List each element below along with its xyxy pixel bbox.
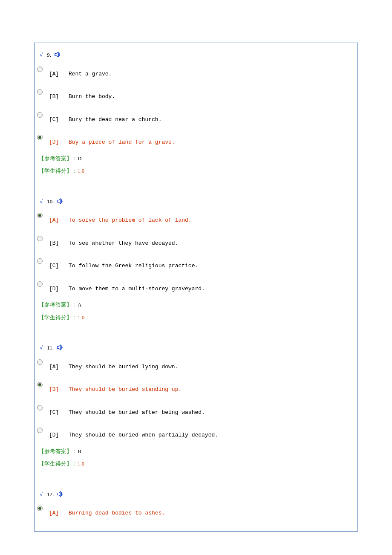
option-body: Bury the dead near a church. xyxy=(69,116,161,123)
answer-label: 【参考答案】： xyxy=(39,448,78,454)
option-key: [C] xyxy=(49,116,69,124)
option-row: [D]They should be buried when partially … xyxy=(35,426,357,440)
option-text: [A]Burning dead bodies to ashes. xyxy=(49,505,165,517)
option-row: [C]Bury the dead near a church. xyxy=(35,110,357,125)
question-header: √11. xyxy=(35,344,357,353)
correct-mark: √ xyxy=(40,344,43,351)
option-text: [C]They should be buried after being was… xyxy=(49,404,205,417)
audio-icon[interactable] xyxy=(57,344,66,353)
question: √9.[A]Rent a grave.[B]Burn the body.[C]B… xyxy=(35,51,357,175)
question: √12.[A]Burning dead bodies to ashes. xyxy=(35,490,357,518)
option-row: [A]Burning dead bodies to ashes. xyxy=(35,504,357,518)
option-row: [C]They should be buried after being was… xyxy=(35,403,357,418)
option-text: [D]To move them to a multi-storey gravey… xyxy=(49,280,205,293)
svg-marker-3 xyxy=(58,491,61,497)
option-radio[interactable] xyxy=(37,236,43,241)
correct-mark: √ xyxy=(40,52,43,58)
answer-value: B xyxy=(78,448,81,454)
option-text: [C]Bury the dead near a church. xyxy=(49,111,161,124)
audio-icon[interactable] xyxy=(57,491,66,500)
option-key: [C] xyxy=(49,408,69,417)
option-body: They should be buried when partially dec… xyxy=(69,432,218,438)
svg-marker-1 xyxy=(58,199,61,204)
score-label: 【学生得分】： xyxy=(39,168,78,174)
option-row: [A]Rent a grave. xyxy=(35,65,357,79)
option-body: They should be buried standing up. xyxy=(69,386,182,393)
option-radio[interactable] xyxy=(37,135,43,140)
option-text: [D]They should be buried when partially … xyxy=(49,427,218,439)
option-text: [A]Rent a grave. xyxy=(49,66,112,78)
option-row: [B]They should be buried standing up. xyxy=(35,380,357,395)
option-key: [D] xyxy=(49,138,69,147)
option-key: [C] xyxy=(49,262,69,270)
option-body: They should be buried after being washed… xyxy=(69,409,205,416)
option-text: [B]They should be buried standing up. xyxy=(49,381,182,394)
option-key: [B] xyxy=(49,239,69,248)
option-radio[interactable] xyxy=(37,506,43,511)
option-text: [A]To solve the problem of lack of land. xyxy=(49,212,192,225)
answer-value: A xyxy=(78,301,81,308)
option-radio[interactable] xyxy=(37,428,43,433)
option-radio[interactable] xyxy=(37,258,43,264)
score-value: 1.0 xyxy=(78,314,84,321)
audio-icon[interactable] xyxy=(55,51,63,61)
answer-label: 【参考答案】： xyxy=(39,301,78,308)
option-radio[interactable] xyxy=(37,382,43,387)
option-radio[interactable] xyxy=(37,405,43,410)
option-body: Burning dead bodies to ashes. xyxy=(69,510,165,516)
question-header: √10. xyxy=(35,197,357,207)
question-number: 12. xyxy=(47,491,54,497)
question: √11.[A]They should be buried lying down.… xyxy=(35,344,357,468)
option-key: [A] xyxy=(49,509,69,517)
option-body: To see whether they have decayed. xyxy=(69,240,178,246)
student-score: 【学生得分】：1.0 xyxy=(35,313,357,322)
option-radio[interactable] xyxy=(37,281,43,287)
option-radio[interactable] xyxy=(37,66,43,72)
option-row: [A]They should be buried lying down. xyxy=(35,358,357,372)
question: √10.[A]To solve the problem of lack of l… xyxy=(35,197,357,322)
audio-icon[interactable] xyxy=(57,198,66,207)
option-key: [B] xyxy=(49,92,69,101)
option-body: They should be buried lying down. xyxy=(69,364,178,370)
option-radio[interactable] xyxy=(37,359,43,365)
option-radio[interactable] xyxy=(37,112,43,118)
option-key: [A] xyxy=(49,363,69,371)
reference-answer: 【参考答案】：D xyxy=(35,154,357,163)
option-body: Buy a piece of land for a grave. xyxy=(69,139,175,145)
option-key: [B] xyxy=(49,385,69,394)
option-body: To move them to a multi-storey graveyard… xyxy=(69,286,205,292)
question-number: 11. xyxy=(47,344,54,351)
score-label: 【学生得分】： xyxy=(39,460,78,467)
svg-marker-2 xyxy=(58,345,61,350)
answer-label: 【参考答案】： xyxy=(39,155,78,162)
answer-value: D xyxy=(78,155,81,162)
option-radio[interactable] xyxy=(37,213,43,218)
option-text: [B]Burn the body. xyxy=(49,88,115,101)
option-body: To follow the Greek religious practice. xyxy=(69,263,198,269)
option-body: To solve the problem of lack of land. xyxy=(69,217,192,223)
option-text: [D]Buy a piece of land for a grave. xyxy=(49,134,175,147)
student-score: 【学生得分】：1.0 xyxy=(35,460,357,468)
option-text: [A]They should be buried lying down. xyxy=(49,358,178,371)
correct-mark: √ xyxy=(40,491,43,497)
score-value: 1.0 xyxy=(78,460,84,467)
question-number: 9. xyxy=(47,52,51,58)
option-row: [B]To see whether they have decayed. xyxy=(35,234,357,249)
student-score: 【学生得分】：1.0 xyxy=(35,167,357,175)
option-row: [D]To move them to a multi-storey gravey… xyxy=(35,280,357,294)
score-value: 1.0 xyxy=(78,168,84,174)
question-header: √9. xyxy=(35,51,357,61)
score-label: 【学生得分】： xyxy=(39,314,78,321)
option-row: [A]To solve the problem of lack of land. xyxy=(35,211,357,225)
option-key: [A] xyxy=(49,70,69,78)
option-key: [D] xyxy=(49,431,69,439)
reference-answer: 【参考答案】：A xyxy=(35,301,357,309)
option-radio[interactable] xyxy=(37,89,43,95)
option-row: [B]Burn the body. xyxy=(35,87,357,102)
option-body: Burn the body. xyxy=(69,93,115,100)
option-row: [C]To follow the Greek religious practic… xyxy=(35,257,357,271)
svg-marker-0 xyxy=(55,52,58,57)
option-text: [B]To see whether they have decayed. xyxy=(49,235,178,248)
option-body: Rent a grave. xyxy=(69,71,112,77)
question-header: √12. xyxy=(35,490,357,500)
